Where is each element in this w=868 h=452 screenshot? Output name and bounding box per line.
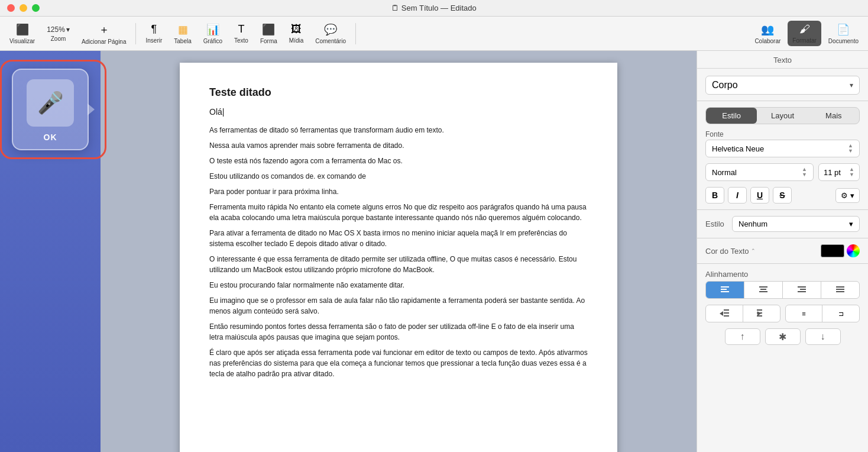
fonte-section: Fonte Helvetica Neue ▲▼ — [705, 130, 860, 157]
svg-rect-19 — [757, 315, 762, 317]
spacing-asterisk-button[interactable]: ✱ — [765, 328, 801, 345]
dictation-ok-button[interactable]: OK — [44, 133, 57, 142]
tab-estilo[interactable]: Estilo — [706, 108, 757, 124]
visualizar-button[interactable]: ⬛ Visualizar — [5, 21, 40, 47]
microphone-icon: 🎤 — [37, 91, 64, 115]
estilo-chevron: ▾ — [849, 219, 853, 228]
strikethrough-button[interactable]: S — [773, 187, 792, 204]
paragraph-4: Estou utilizando os comandos de. ex coma… — [209, 171, 588, 182]
format-buttons-row: B I U S ⚙ ▾ — [705, 187, 860, 204]
minimize-button[interactable] — [20, 4, 27, 12]
spacing-up-button[interactable]: ↑ — [725, 328, 760, 345]
svg-rect-3 — [759, 286, 767, 288]
cor-label: Cor do Texto ⌃ — [705, 247, 821, 256]
comentario-button[interactable]: 💬 Comentário — [310, 21, 351, 47]
svg-rect-18 — [757, 312, 762, 314]
underline-button[interactable]: U — [750, 187, 769, 204]
close-button[interactable] — [7, 4, 15, 12]
vertical-spacing-button[interactable]: ≡ — [786, 305, 823, 322]
dictation-card: 🎤 OK — [12, 69, 89, 150]
bold-button[interactable]: B — [705, 187, 724, 204]
color-swatch[interactable] — [821, 244, 844, 257]
document-title: Teste ditado — [209, 86, 588, 99]
divider-2 — [697, 209, 868, 210]
adicionar-pagina-button[interactable]: ＋ Adicionar Página — [77, 20, 131, 47]
estilo-label: Estilo — [705, 219, 732, 228]
align-left-button[interactable] — [706, 282, 744, 298]
indent-row: ≡ ⊐ — [705, 305, 860, 322]
font-size-select[interactable]: 11 pt ▲▼ — [818, 163, 860, 181]
svg-rect-1 — [721, 289, 727, 290]
inserir-icon: ¶ — [151, 23, 157, 35]
color-wheel-button[interactable] — [847, 244, 860, 257]
font-selector[interactable]: Helvetica Neue ▲▼ — [705, 140, 860, 157]
tab-layout[interactable]: Layout — [757, 108, 808, 124]
paragraph-8: O interessante é que essa ferramenta de … — [209, 254, 588, 275]
zoom-control[interactable]: 125% ▾ Zoom — [42, 23, 75, 44]
font-size-value: 11 pt — [824, 168, 841, 177]
tab-mais[interactable]: Mais — [808, 108, 859, 124]
list-bullet-button[interactable]: ⊐ — [822, 305, 859, 322]
svg-rect-0 — [721, 286, 729, 288]
tabela-button[interactable]: ▦ Tabela — [169, 21, 196, 47]
documento-button[interactable]: 📄 Documento — [824, 21, 863, 47]
colaborar-button[interactable]: 👥 Colaborar — [750, 21, 785, 47]
dictation-arrow — [88, 104, 95, 115]
paragraph-9: Eu estou procurando falar normalmente nã… — [209, 280, 588, 290]
svg-rect-4 — [760, 289, 766, 290]
svg-rect-14 — [724, 312, 729, 314]
document-body: As ferramentas de ditado só ferramentas … — [209, 125, 588, 379]
align-right-button[interactable] — [783, 282, 821, 298]
style-tabs: Estilo Layout Mais — [705, 107, 860, 124]
forma-button[interactable]: ⬛ Forma — [255, 21, 282, 47]
estilo-select[interactable]: Nenhum ▾ — [732, 216, 860, 232]
spacing-down-button[interactable]: ↓ — [805, 328, 841, 345]
grafico-button[interactable]: 📊 Gráfico — [199, 21, 227, 47]
paragraph-2: Nessa aula vamos aprender mais sobre fer… — [209, 140, 588, 151]
font-style-select[interactable]: Normal ▲▼ — [705, 163, 814, 181]
paragraph-1: As ferramentas de ditado só ferramentas … — [209, 125, 588, 135]
align-justify-button[interactable] — [821, 282, 859, 298]
midia-button[interactable]: 🖼 Mídia — [284, 21, 308, 46]
svg-marker-12 — [720, 311, 723, 316]
gear-chevron: ▾ — [850, 191, 854, 200]
paragraph-11: Então resumindo pontos fortes dessa ferr… — [209, 321, 588, 343]
italic-button[interactable]: I — [728, 187, 747, 204]
style-selector[interactable]: Corpo ▾ — [705, 76, 860, 95]
svg-rect-10 — [836, 289, 844, 290]
right-panel-body: Corpo ▾ Estilo Layout Mais Fonte — [697, 69, 868, 352]
toolbar: ⬛ Visualizar 125% ▾ Zoom ＋ Adicionar Pág… — [0, 17, 868, 51]
visualizar-icon: ⬛ — [16, 23, 29, 36]
spacing-row: ↑ ✱ ↓ — [705, 328, 860, 345]
paragraph-3: O teste está nós fazendo agora com a fer… — [209, 156, 588, 166]
format-gear-button[interactable]: ⚙ ▾ — [835, 188, 860, 203]
align-center-button[interactable] — [744, 282, 783, 298]
paragraph-5: Para poder pontuar ir para próxima linha… — [209, 186, 588, 197]
alinhamento-label: Alinhamento — [705, 270, 860, 279]
paragraph-10: Eu imagino que se o professor em sala de… — [209, 295, 588, 317]
document-page[interactable]: Teste ditado Olá| As ferramentas de dita… — [180, 63, 617, 452]
font-style-row: Normal ▲▼ 11 pt ▲▼ — [705, 163, 860, 181]
texto-button[interactable]: T Texto — [229, 21, 253, 46]
toolbar-separator-2 — [355, 23, 356, 44]
style-selector-chevron: ▾ — [850, 81, 853, 89]
tabela-icon: ▦ — [178, 23, 188, 36]
svg-rect-11 — [836, 291, 844, 292]
estilo-row: Estilo Nenhum ▾ — [705, 216, 860, 232]
main-area: 🎤 OK Teste ditado Olá| As ferramentas de… — [0, 51, 868, 452]
cor-arrows: ⌃ — [751, 248, 756, 254]
svg-rect-7 — [800, 289, 806, 290]
formatar-button[interactable]: 🖌 Formatar — [788, 21, 821, 46]
add-page-icon: ＋ — [99, 22, 109, 37]
inserir-button[interactable]: ¶ Inserir — [141, 21, 167, 46]
divider-1 — [697, 101, 868, 101]
forma-icon: ⬛ — [262, 23, 275, 36]
indent-decrease-button[interactable] — [706, 305, 743, 322]
document-area[interactable]: Teste ditado Olá| As ferramentas de dita… — [101, 51, 697, 452]
indent-increase-button[interactable] — [743, 305, 780, 322]
font-name-value: Helvetica Neue — [712, 144, 764, 153]
paragraph-7: Para ativar a ferramenta de ditado no Ma… — [209, 228, 588, 249]
svg-rect-6 — [798, 286, 806, 288]
svg-rect-9 — [836, 286, 844, 288]
maximize-button[interactable] — [32, 4, 40, 12]
